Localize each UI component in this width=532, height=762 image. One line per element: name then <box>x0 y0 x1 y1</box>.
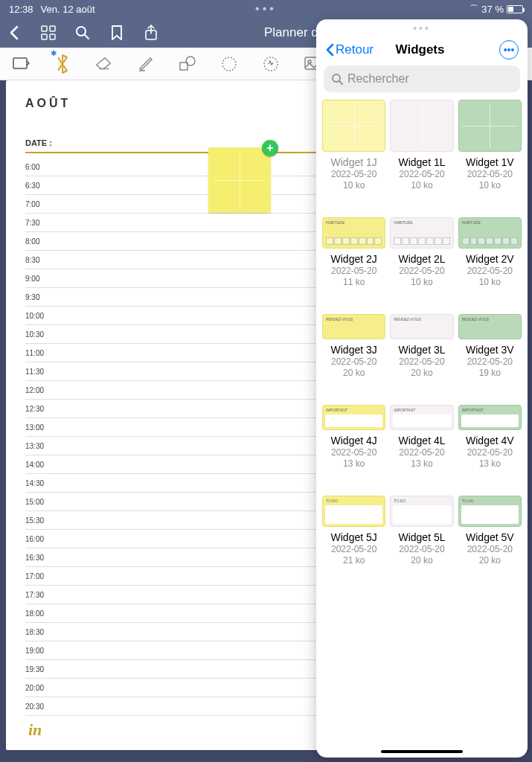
widget-size: 20 ko <box>458 555 522 566</box>
widget-item[interactable]: IMPORTANTWidget 4J2022-05-2013 ko <box>322 405 385 469</box>
search-icon[interactable] <box>74 25 91 41</box>
widget-size: 10 ko <box>458 277 522 287</box>
home-indicator[interactable] <box>381 750 463 753</box>
widget-size: 19 ko <box>458 368 522 378</box>
widget-size: 13 ko <box>322 458 385 469</box>
widget-size: 13 ko <box>390 458 453 469</box>
widget-name: Widget 2L <box>390 253 453 265</box>
widget-item[interactable]: RENDEZ-VOUSWidget 3J2022-05-2020 ko <box>322 314 385 378</box>
bookmark-icon[interactable] <box>109 25 125 41</box>
stamp-tool-icon[interactable] <box>262 55 280 73</box>
lasso-tool-icon[interactable] <box>220 55 238 73</box>
widgets-panel: ••• Retour Widgets ••• Widget 1J2022-05-… <box>316 19 528 758</box>
svg-rect-3 <box>50 34 55 39</box>
widget-size: 20 ko <box>390 368 453 378</box>
widget-date: 2022-05-20 <box>322 169 385 179</box>
widget-name: Widget 4V <box>458 435 522 446</box>
widget-thumbnail: IMPORTANT <box>458 405 522 430</box>
back-icon[interactable] <box>6 25 22 41</box>
widget-date: 2022-05-20 <box>458 169 522 179</box>
battery-percent: 37 % <box>481 4 504 15</box>
panel-drag-dots[interactable]: ••• <box>316 19 528 34</box>
panel-title: Widgets <box>341 42 499 57</box>
widget-size: 10 ko <box>322 180 385 190</box>
widget-thumbnail: IMPORTANT <box>390 405 453 430</box>
eraser-tool-icon[interactable] <box>95 55 113 73</box>
widget-name: Widget 3J <box>322 344 385 356</box>
svg-point-8 <box>186 57 195 65</box>
svg-rect-1 <box>50 26 55 31</box>
widget-name: Widget 3L <box>390 344 453 356</box>
widget-thumbnail: RENDEZ-VOUS <box>458 314 522 339</box>
widget-date: 2022-05-20 <box>322 544 385 554</box>
widget-item[interactable]: HABITUDEWidget 2J2022-05-2011 ko <box>322 217 385 287</box>
widget-thumbnail: HABITUDE <box>322 217 385 249</box>
search-icon <box>331 73 343 85</box>
apple-pencil-icon: ⌒ <box>469 3 478 16</box>
widget-name: Widget 5V <box>458 531 522 543</box>
widget-thumbnail: RENDEZ-VOUS <box>322 314 385 339</box>
widget-item[interactable]: TO-DOWidget 5L2022-05-2020 ko <box>390 496 453 566</box>
widget-name: Widget 1J <box>322 156 385 168</box>
widget-item[interactable]: TO-DOWidget 5J2022-05-2021 ko <box>322 496 385 566</box>
highlighter-tool-icon[interactable] <box>137 55 155 73</box>
widget-thumbnail <box>458 100 522 152</box>
widget-item[interactable]: HABITUDEWidget 2V2022-05-2010 ko <box>458 217 522 287</box>
widget-thumbnail: RENDEZ-VOUS <box>390 314 453 339</box>
widget-date: 2022-05-20 <box>458 447 522 458</box>
placed-widget[interactable]: + <box>208 147 271 213</box>
widget-name: Widget 1L <box>390 156 453 168</box>
widget-date: 2022-05-20 <box>390 169 453 179</box>
widget-thumbnail: TO-DO <box>390 496 453 527</box>
status-bar: 12:38 Ven. 12 août ••• ⌒ 37 % <box>0 0 532 18</box>
widget-name: Widget 2V <box>458 253 522 265</box>
widget-thumbnail: IMPORTANT <box>322 405 385 430</box>
widget-size: 10 ko <box>458 180 522 190</box>
signature: in <box>28 720 42 740</box>
widget-item[interactable]: IMPORTANTWidget 4V2022-05-2013 ko <box>458 405 522 469</box>
widget-item[interactable]: RENDEZ-VOUSWidget 3L2022-05-2020 ko <box>390 314 453 378</box>
widget-name: Widget 4J <box>322 435 385 446</box>
widget-thumbnail <box>322 100 385 152</box>
widget-date: 2022-05-20 <box>390 544 453 554</box>
bluetooth-icon[interactable]: ✱ <box>54 55 71 73</box>
widget-item[interactable]: Widget 1L2022-05-2010 ko <box>390 100 453 190</box>
search-input[interactable] <box>347 72 513 86</box>
widget-name: Widget 1V <box>458 156 522 168</box>
shapes-tool-icon[interactable] <box>179 55 196 73</box>
status-time: 12:38 <box>9 4 33 15</box>
widget-name: Widget 4L <box>390 435 453 446</box>
svg-rect-2 <box>42 34 47 39</box>
text-box-tool-icon[interactable] <box>12 55 30 73</box>
widget-size: 11 ko <box>322 277 385 287</box>
widgets-grid[interactable]: Widget 1J2022-05-2010 koWidget 1L2022-05… <box>316 100 528 758</box>
share-icon[interactable] <box>143 25 159 41</box>
widget-item[interactable]: RENDEZ-VOUSWidget 3V2022-05-2019 ko <box>458 314 522 378</box>
widget-size: 13 ko <box>458 458 522 469</box>
widget-item[interactable]: HABITUDEWidget 2L2022-05-2010 ko <box>390 217 453 287</box>
widget-date: 2022-05-20 <box>322 356 385 367</box>
widget-date: 2022-05-20 <box>390 356 453 367</box>
widget-item[interactable]: IMPORTANTWidget 4L2022-05-2013 ko <box>390 405 453 469</box>
panel-more-button[interactable]: ••• <box>499 40 519 60</box>
widget-size: 21 ko <box>322 555 385 566</box>
widget-thumbnail: HABITUDE <box>458 217 522 249</box>
widget-date: 2022-05-20 <box>390 266 453 276</box>
widget-size: 20 ko <box>390 555 453 566</box>
widget-item[interactable]: Widget 1J2022-05-2010 ko <box>322 100 385 190</box>
grid-icon[interactable] <box>40 25 57 41</box>
battery-icon <box>507 5 523 13</box>
svg-point-4 <box>77 27 86 36</box>
add-badge-icon[interactable]: + <box>262 140 278 156</box>
widget-thumbnail <box>390 100 453 152</box>
search-box[interactable] <box>324 65 520 92</box>
widget-date: 2022-05-20 <box>458 356 522 367</box>
widget-name: Widget 5L <box>390 531 453 543</box>
widget-item[interactable]: Widget 1V2022-05-2010 ko <box>458 100 522 190</box>
widget-name: Widget 3V <box>458 344 522 356</box>
widget-item[interactable]: TO-DOWidget 5V2022-05-2020 ko <box>458 496 522 566</box>
widget-thumbnail: HABITUDE <box>390 217 453 249</box>
widget-thumbnail: TO-DO <box>322 496 385 527</box>
widget-date: 2022-05-20 <box>458 544 522 554</box>
widget-date: 2022-05-20 <box>322 266 385 276</box>
